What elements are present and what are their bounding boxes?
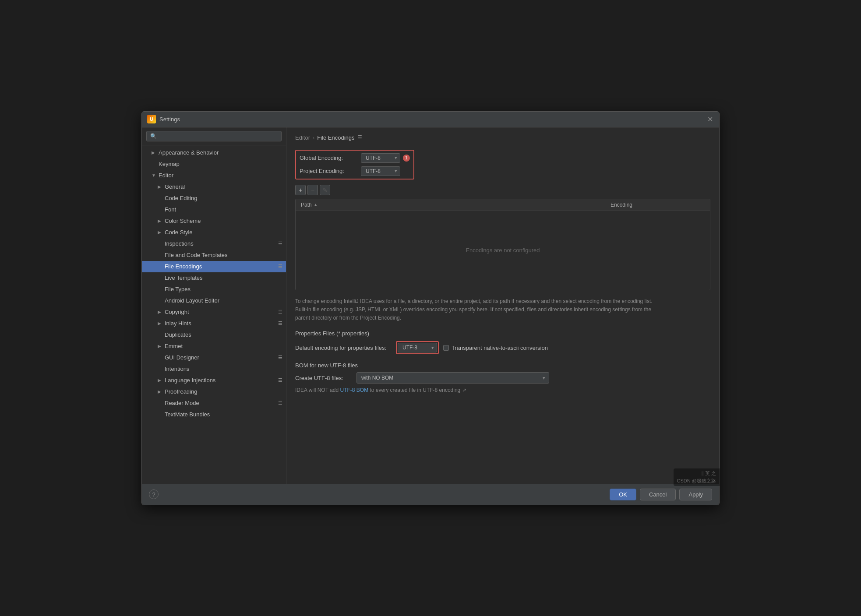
arrow-icon: ▶ bbox=[158, 218, 164, 223]
sidebar-item-inlay-hints[interactable]: ▶ Inlay Hints ☰ bbox=[142, 318, 286, 329]
sidebar-item-proofreading[interactable]: ▶ Proofreading bbox=[142, 386, 286, 398]
col-header-encoding[interactable]: Encoding bbox=[605, 199, 710, 211]
watermark-line2: CSDN @极致之路 bbox=[677, 478, 716, 484]
bom-field-label: Create UTF-8 files: bbox=[295, 375, 352, 381]
settings-badge-icon: ☰ bbox=[278, 241, 282, 246]
info-text: To change encoding IntelliJ IDEA uses fo… bbox=[295, 297, 654, 323]
sidebar-item-copyright[interactable]: ▶ Copyright ☰ bbox=[142, 306, 286, 318]
properties-encoding-dropdown[interactable]: UTF-8 bbox=[398, 343, 437, 352]
table-header: Path ▲ Encoding bbox=[296, 199, 710, 211]
arrow-icon: ▶ bbox=[158, 378, 164, 383]
table-body: Encodings are not configured bbox=[296, 211, 710, 290]
breadcrumb: Editor › File Encodings ☰ bbox=[295, 134, 710, 141]
breadcrumb-separator: › bbox=[313, 134, 314, 141]
encodings-table: Path ▲ Encoding Encodings are not config… bbox=[295, 199, 710, 290]
sidebar-item-gui-designer[interactable]: GUI Designer ☰ bbox=[142, 352, 286, 363]
sidebar-item-file-types[interactable]: File Types bbox=[142, 284, 286, 295]
toolbar-row: + − ✎ bbox=[295, 185, 710, 195]
properties-label: Default encoding for properties files: bbox=[295, 345, 392, 351]
bom-note: IDEA will NOT add UTF-8 BOM to every cre… bbox=[295, 387, 710, 393]
sort-arrow-icon: ▲ bbox=[314, 202, 318, 207]
settings-badge-icon: ☰ bbox=[278, 320, 282, 326]
sidebar-item-intentions[interactable]: Intentions bbox=[142, 363, 286, 375]
action-buttons: OK Cancel Apply bbox=[610, 489, 712, 500]
bom-section: BOM for new UTF-8 files Create UTF-8 fil… bbox=[295, 362, 710, 393]
notification-badge: 1 bbox=[403, 155, 410, 162]
project-encoding-label: Project Encoding: bbox=[300, 168, 356, 174]
arrow-icon: ▼ bbox=[152, 173, 158, 178]
sidebar-item-emmet[interactable]: ▶ Emmet bbox=[142, 341, 286, 352]
tree-area: ▶ Appearance & Behavior Keymap ▼ Editor bbox=[142, 145, 286, 484]
arrow-icon: ▶ bbox=[158, 230, 164, 235]
sidebar-item-file-encodings[interactable]: File Encodings ☰ bbox=[142, 261, 286, 272]
sidebar-item-live-templates[interactable]: Live Templates bbox=[142, 272, 286, 284]
sidebar-item-reader-mode[interactable]: Reader Mode ☰ bbox=[142, 398, 286, 409]
dialog-title: Settings bbox=[159, 116, 180, 123]
sidebar-item-code-style[interactable]: ▶ Code Style bbox=[142, 227, 286, 238]
bom-dropdown[interactable]: with NO BOM bbox=[356, 372, 549, 384]
arrow-icon: ▶ bbox=[158, 389, 164, 394]
settings-badge-icon: ☰ bbox=[278, 309, 282, 315]
props-encoding-outline: UTF-8 bbox=[396, 341, 439, 354]
watermark-line1: ‖ 英 之 bbox=[701, 470, 716, 477]
transparent-checkbox[interactable] bbox=[443, 345, 449, 351]
apply-button[interactable]: Apply bbox=[679, 489, 712, 500]
sidebar-item-language-injections[interactable]: ▶ Language Injections ☰ bbox=[142, 375, 286, 386]
sidebar-item-font[interactable]: Font bbox=[142, 204, 286, 215]
sidebar-item-code-editing[interactable]: Code Editing bbox=[142, 193, 286, 204]
title-bar: U Settings ✕ bbox=[142, 112, 719, 127]
bom-heading: BOM for new UTF-8 files bbox=[295, 362, 710, 369]
project-encoding-dropdown[interactable]: UTF-8 bbox=[361, 166, 400, 176]
sidebar-item-appearance[interactable]: ▶ Appearance & Behavior bbox=[142, 147, 286, 158]
sidebar-item-file-code-templates[interactable]: File and Code Templates bbox=[142, 250, 286, 261]
sidebar-item-android-layout[interactable]: Android Layout Editor bbox=[142, 295, 286, 306]
breadcrumb-settings-icon: ☰ bbox=[357, 134, 362, 141]
sidebar-item-color-scheme[interactable]: ▶ Color Scheme bbox=[142, 215, 286, 227]
bottom-bar: ? OK Cancel Apply bbox=[142, 484, 719, 505]
edit-button[interactable]: ✎ bbox=[320, 185, 330, 195]
arrow-icon: ▶ bbox=[158, 344, 164, 348]
close-button[interactable]: ✕ bbox=[706, 115, 714, 123]
ok-button[interactable]: OK bbox=[610, 489, 636, 500]
global-encoding-dropdown[interactable]: UTF-8 bbox=[361, 153, 400, 163]
app-icon: U bbox=[147, 115, 156, 123]
encoding-outline-box: Global Encoding: UTF-8 1 P bbox=[295, 150, 414, 180]
arrow-icon: ▶ bbox=[158, 310, 164, 314]
sidebar-item-general[interactable]: ▶ General bbox=[142, 181, 286, 193]
bom-row: Create UTF-8 files: with NO BOM bbox=[295, 372, 710, 384]
sidebar-item-editor[interactable]: ▼ Editor bbox=[142, 170, 286, 181]
settings-badge-icon: ☰ bbox=[278, 377, 282, 383]
sidebar-item-keymap[interactable]: Keymap bbox=[142, 158, 286, 170]
arrow-icon: ▶ bbox=[158, 321, 164, 326]
watermark: ‖ 英 之 CSDN @极致之路 bbox=[674, 468, 720, 486]
properties-row: Default encoding for properties files: U… bbox=[295, 341, 710, 354]
empty-message: Encodings are not configured bbox=[466, 247, 540, 253]
breadcrumb-parent: Editor bbox=[295, 134, 310, 141]
transparent-label: Transparent native-to-ascii conversion bbox=[452, 345, 548, 351]
sidebar-item-textmate[interactable]: TextMate Bundles bbox=[142, 409, 286, 420]
settings-badge-icon: ☰ bbox=[278, 355, 282, 360]
help-button[interactable]: ? bbox=[149, 489, 159, 499]
global-encoding-label: Global Encoding: bbox=[300, 155, 356, 161]
cancel-button[interactable]: Cancel bbox=[640, 489, 676, 500]
search-input[interactable] bbox=[146, 131, 282, 141]
remove-button[interactable]: − bbox=[307, 185, 318, 195]
settings-badge-icon: ☰ bbox=[278, 264, 282, 269]
col-header-path[interactable]: Path ▲ bbox=[296, 199, 605, 211]
bom-link[interactable]: UTF-8 BOM bbox=[340, 387, 369, 393]
arrow-icon: ▶ bbox=[158, 184, 164, 189]
properties-section: Properties Files (*.properties) Default … bbox=[295, 330, 710, 359]
add-button[interactable]: + bbox=[295, 185, 306, 195]
sidebar-item-inspections[interactable]: Inspections ☰ bbox=[142, 238, 286, 250]
breadcrumb-current: File Encodings bbox=[317, 134, 354, 141]
sidebar: ▶ Appearance & Behavior Keymap ▼ Editor bbox=[142, 127, 286, 484]
transparent-checkbox-container[interactable]: Transparent native-to-ascii conversion bbox=[443, 345, 548, 351]
settings-badge-icon: ☰ bbox=[278, 400, 282, 406]
content-area: Editor › File Encodings ☰ Global Encodin… bbox=[286, 127, 719, 484]
arrow-icon: ▶ bbox=[152, 150, 158, 155]
sidebar-item-duplicates[interactable]: Duplicates bbox=[142, 329, 286, 341]
search-box bbox=[142, 127, 286, 145]
properties-heading: Properties Files (*.properties) bbox=[295, 330, 710, 337]
